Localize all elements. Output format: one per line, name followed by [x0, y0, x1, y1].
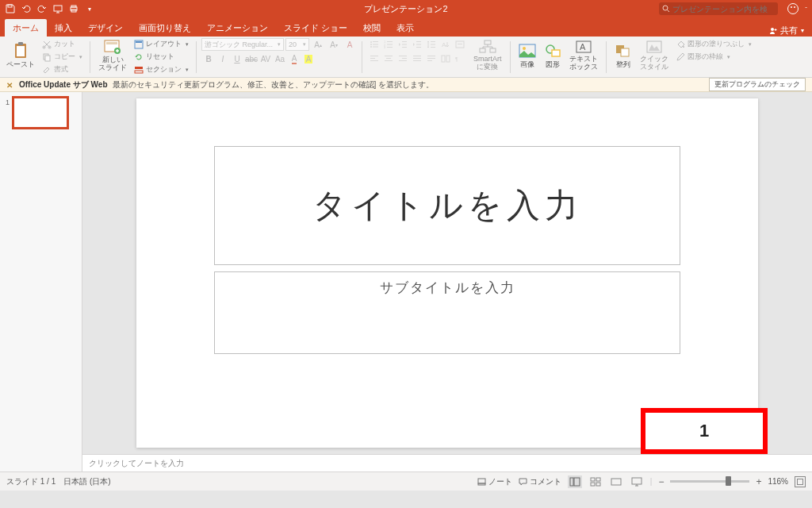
svg-rect-73	[621, 48, 629, 56]
bucket-icon	[676, 40, 685, 49]
normal-view-icon[interactable]	[568, 475, 582, 488]
tab-animations[interactable]: アニメーション	[199, 19, 276, 37]
svg-rect-33	[402, 41, 407, 42]
thumbnail-preview[interactable]	[13, 97, 68, 129]
zoom-slider[interactable]	[670, 480, 749, 483]
decrease-font-icon[interactable]: A▾	[327, 38, 341, 51]
strike-button[interactable]: abc	[244, 52, 259, 65]
svg-text:A: A	[442, 41, 446, 48]
reset-button[interactable]: リセット	[132, 51, 191, 63]
zoom-level[interactable]: 116%	[768, 477, 788, 486]
font-size-combo[interactable]: 20▾	[285, 38, 309, 51]
tab-view[interactable]: 表示	[389, 19, 422, 37]
shapes-button[interactable]: 図形	[541, 38, 565, 73]
paste-button[interactable]: ペースト	[3, 38, 38, 73]
tab-review[interactable]: 校閲	[355, 19, 389, 37]
italic-button[interactable]: I	[216, 52, 230, 65]
repeat-icon[interactable]	[36, 3, 48, 14]
title-placeholder[interactable]: タイトルを入力	[214, 146, 680, 265]
shape-outline-button[interactable]: 図形の枠線▾	[673, 51, 754, 63]
text-direction-icon[interactable]: A	[439, 38, 453, 50]
zoom-thumb[interactable]	[726, 476, 731, 486]
distribute-icon[interactable]	[424, 52, 439, 64]
svg-rect-85	[632, 478, 642, 484]
svg-rect-78	[570, 478, 573, 486]
thumbnail-item[interactable]: 1	[3, 97, 79, 129]
feedback-icon[interactable]	[787, 3, 799, 14]
zoom-in-button[interactable]: +	[756, 476, 761, 487]
columns-icon[interactable]	[439, 52, 453, 64]
qat-customize-icon[interactable]: ▾	[84, 3, 95, 14]
bullets-icon[interactable]	[367, 38, 381, 50]
align-right-icon[interactable]	[396, 52, 410, 64]
check-updates-button[interactable]: 更新プログラムのチェック	[709, 78, 806, 91]
decrease-indent-icon[interactable]	[396, 38, 410, 50]
cut-button[interactable]: カット	[40, 38, 85, 50]
align-center-icon[interactable]	[381, 52, 396, 64]
tab-home[interactable]: ホーム	[5, 19, 47, 37]
shadow-button[interactable]: AV	[259, 52, 273, 65]
picture-button[interactable]: 画像	[515, 38, 539, 73]
clear-format-icon[interactable]: A	[343, 38, 357, 51]
underline-button[interactable]: U	[230, 52, 244, 65]
svg-rect-28	[387, 41, 393, 42]
increase-indent-icon[interactable]	[410, 38, 424, 50]
format-painter-button[interactable]: 書式	[40, 64, 85, 75]
section-button[interactable]: セクション▾	[132, 64, 191, 75]
comments-toggle[interactable]: コメント	[519, 476, 561, 487]
smartart-button[interactable]: SmartArt に変換	[470, 38, 505, 73]
layout-button[interactable]: レイアウト▾	[132, 38, 191, 50]
share-button[interactable]: 共有 ▾	[769, 25, 812, 37]
thumbnail-pane[interactable]: 1	[0, 92, 82, 471]
tab-slideshow[interactable]: スライド ショー	[276, 19, 355, 37]
sorter-view-icon[interactable]	[588, 475, 603, 488]
svg-rect-1	[54, 6, 62, 11]
close-icon[interactable]: ✕	[6, 81, 14, 89]
textbox-button[interactable]: Aテキスト ボックス	[566, 38, 601, 73]
rtl-icon[interactable]: ¶	[453, 52, 467, 64]
svg-rect-36	[416, 41, 421, 42]
ribbon-collapse-icon[interactable]: ˇ	[805, 6, 807, 13]
slide-canvas[interactable]: タイトルを入力 サブタイトルを入力 1	[82, 92, 812, 454]
align-left-icon[interactable]	[367, 52, 381, 64]
undo-icon[interactable]	[21, 3, 32, 14]
save-icon[interactable]	[5, 3, 16, 14]
increase-font-icon[interactable]: A▴	[311, 38, 325, 51]
message-bar: ✕ Office Update サブ Web 最新のセキュリティ更新プログラム、…	[0, 78, 812, 92]
arrange-button[interactable]: 整列	[611, 38, 635, 73]
shape-fill-button[interactable]: 図形の塗りつぶし▾	[673, 38, 754, 50]
justify-icon[interactable]	[410, 52, 424, 64]
language-indicator[interactable]: 日本語 (日本)	[63, 476, 110, 487]
highlight-button[interactable]: A	[301, 52, 316, 65]
search-box[interactable]	[659, 2, 778, 15]
svg-rect-52	[402, 58, 407, 59]
tab-design[interactable]: デザイン	[80, 19, 131, 37]
svg-rect-41	[431, 47, 435, 48]
notes-pane[interactable]: クリックしてノートを入力	[82, 454, 812, 471]
fit-to-window-icon[interactable]	[795, 476, 806, 487]
numbering-icon[interactable]: 123	[381, 38, 396, 50]
slideshow-view-icon[interactable]	[630, 475, 644, 488]
tab-transitions[interactable]: 画面切り替え	[131, 19, 199, 37]
new-slide-button[interactable]: 新しい スライド	[95, 38, 130, 73]
align-text-icon[interactable]	[453, 38, 467, 50]
font-name-combo[interactable]: 游ゴシック Regular...▾	[201, 38, 284, 51]
zoom-out-button[interactable]: −	[658, 476, 664, 487]
svg-point-5	[663, 6, 668, 10]
bold-button[interactable]: B	[201, 52, 216, 65]
reading-view-icon[interactable]	[609, 475, 623, 488]
notes-toggle[interactable]: ノート	[477, 476, 512, 487]
char-spacing-button[interactable]: Aa	[273, 52, 287, 65]
print-icon[interactable]	[68, 3, 79, 14]
slide[interactable]: タイトルを入力 サブタイトルを入力 1	[136, 98, 758, 448]
subtitle-placeholder[interactable]: サブタイトルを入力	[214, 271, 680, 354]
search-input[interactable]	[672, 5, 768, 13]
svg-rect-35	[402, 47, 407, 48]
copy-button[interactable]: コピー▾	[40, 51, 85, 63]
tab-insert[interactable]: 挿入	[47, 19, 80, 37]
presentation-icon[interactable]	[52, 3, 63, 14]
font-color-button[interactable]: A	[287, 52, 301, 65]
svg-point-6	[771, 28, 774, 31]
quick-styles-button[interactable]: クイック スタイル	[637, 38, 672, 73]
line-spacing-icon[interactable]	[424, 38, 439, 50]
